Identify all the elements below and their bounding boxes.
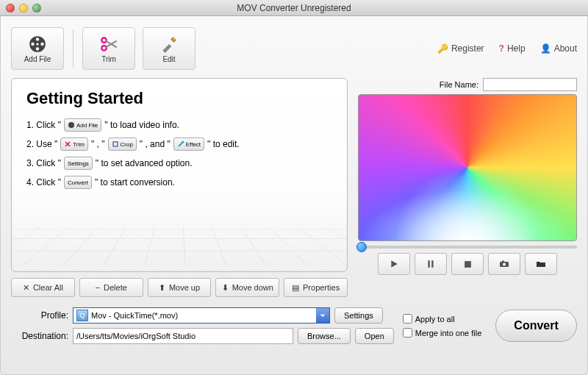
- arrow-down-icon: ⬇: [222, 283, 229, 293]
- svg-rect-11: [428, 260, 429, 268]
- move-down-button[interactable]: ⬇Move down: [215, 278, 279, 297]
- mini-effect: Effect: [173, 138, 204, 151]
- svg-point-15: [503, 263, 506, 266]
- key-icon: 🔑: [437, 43, 448, 54]
- help-icon: ?: [499, 43, 504, 54]
- step-2: 2. Use " Trim " , " Crop " , and " Effec…: [26, 138, 332, 151]
- seek-thumb[interactable]: [356, 242, 367, 252]
- properties-button[interactable]: ▤Properties: [284, 278, 348, 297]
- trim-button[interactable]: Trim: [82, 27, 135, 70]
- play-button[interactable]: [378, 253, 410, 275]
- snapshot-button[interactable]: [488, 253, 520, 275]
- move-up-button[interactable]: ⬆Move up: [148, 278, 212, 297]
- pause-icon: [426, 260, 435, 268]
- x-icon: ✕: [23, 283, 29, 293]
- folder-icon: [536, 260, 546, 268]
- mini-convert: Convert: [64, 176, 92, 189]
- quicktime-icon: Q: [76, 310, 88, 321]
- svg-point-8: [172, 38, 175, 40]
- top-toolbar: Add File Trim Edit 🔑Register ?Help 👤Abou…: [11, 24, 577, 74]
- svg-rect-16: [502, 261, 504, 262]
- delete-button[interactable]: −Delete: [79, 278, 143, 297]
- minus-icon: −: [96, 283, 100, 292]
- camera-icon: [499, 260, 509, 268]
- destination-input[interactable]: [73, 328, 293, 344]
- edit-button[interactable]: Edit: [143, 27, 196, 70]
- titlebar: MOV Converter Unregistered: [0, 0, 588, 16]
- add-file-button[interactable]: Add File: [11, 27, 64, 70]
- svg-point-9: [68, 122, 74, 128]
- mini-settings: Settings: [64, 157, 93, 170]
- browse-folder-button[interactable]: [525, 253, 557, 275]
- document-icon: ▤: [292, 283, 299, 293]
- convert-button[interactable]: Convert: [495, 310, 577, 342]
- svg-point-1: [36, 38, 39, 40]
- scissors-icon: [98, 35, 119, 54]
- arrow-up-icon: ⬆: [159, 283, 165, 293]
- edit-label: Edit: [162, 55, 175, 63]
- add-file-label: Add File: [24, 55, 51, 63]
- trim-label: Trim: [101, 55, 116, 63]
- profile-select[interactable]: Q Mov - QuickTime(*.mov): [73, 307, 330, 324]
- mini-crop: Crop: [108, 138, 137, 151]
- film-reel-icon: [27, 35, 48, 54]
- profile-label: Profile:: [11, 310, 68, 321]
- open-button[interactable]: Open: [355, 328, 394, 344]
- svg-point-3: [36, 47, 39, 50]
- person-icon: 👤: [540, 43, 551, 54]
- mini-add-file: Add File: [64, 118, 101, 132]
- step-3: 3. Click " Settings " to set advanced op…: [26, 157, 332, 170]
- step-1: 1. Click " Add File " to load video info…: [26, 118, 332, 132]
- profile-value: Mov - QuickTime(*.mov): [91, 311, 178, 320]
- window-title: MOV Converter Unregistered: [0, 3, 588, 13]
- register-link[interactable]: 🔑Register: [437, 43, 484, 54]
- play-icon: [390, 260, 398, 268]
- help-link[interactable]: ?Help: [499, 43, 526, 54]
- video-preview: [358, 94, 577, 241]
- stop-button[interactable]: [451, 253, 484, 275]
- clear-all-button[interactable]: ✕Clear All: [11, 278, 75, 297]
- window-body: Add File Trim Edit 🔑Register ?Help 👤Abou…: [0, 16, 588, 375]
- file-name-label: File Name:: [440, 80, 478, 89]
- mini-trim: Trim: [60, 138, 88, 151]
- svg-rect-12: [431, 260, 433, 268]
- profile-settings-button[interactable]: Settings: [334, 307, 383, 324]
- destination-label: Destination:: [11, 331, 68, 341]
- seek-bar[interactable]: [358, 246, 577, 249]
- tools-icon: [159, 35, 179, 54]
- browse-button[interactable]: Browse...: [298, 328, 351, 344]
- svg-rect-13: [465, 261, 471, 268]
- step-4: 4. Click " Convert " to start conversion…: [26, 176, 332, 189]
- decorative-grid: [11, 227, 348, 265]
- chevron-down-icon: [316, 308, 329, 323]
- svg-rect-10: [113, 142, 118, 146]
- svg-point-2: [40, 42, 43, 45]
- getting-started-title: Getting Started: [26, 89, 332, 108]
- svg-point-5: [36, 43, 38, 45]
- apply-to-all-checkbox[interactable]: Apply to all: [403, 314, 495, 324]
- getting-started-panel: Getting Started 1. Click " Add File " to…: [11, 78, 348, 272]
- merge-checkbox[interactable]: Merge into one file: [403, 328, 495, 338]
- stop-icon: [464, 260, 472, 268]
- file-name-input[interactable]: [483, 78, 577, 91]
- about-link[interactable]: 👤About: [540, 43, 577, 54]
- svg-point-4: [31, 42, 34, 45]
- toolbar-separator: [73, 29, 74, 68]
- pause-button[interactable]: [415, 253, 447, 275]
